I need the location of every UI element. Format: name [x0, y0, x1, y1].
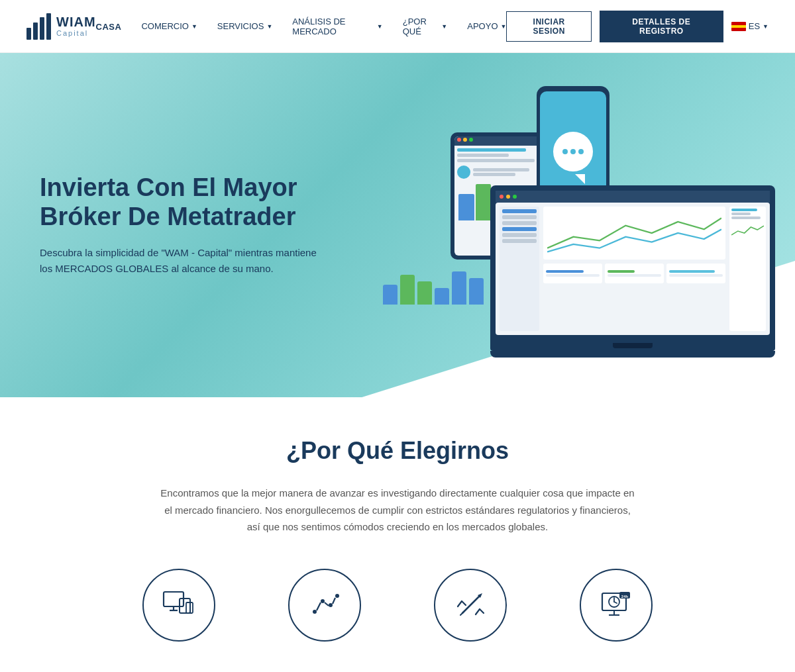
why-title: ¿Por Qué Elegirnos — [26, 437, 768, 465]
dot-green — [513, 195, 517, 199]
laptop-stats-row — [543, 264, 725, 283]
t-bar-5 — [473, 173, 515, 176]
feature-item-analytics — [272, 569, 378, 642]
stat-bar-green — [608, 270, 635, 273]
nav-dropdown-servicios[interactable]: SERVICIOS ▼ — [217, 21, 272, 31]
chevron-down-icon: ▼ — [441, 23, 447, 30]
laptop-notch — [613, 343, 653, 348]
stat-bar-bg3 — [669, 274, 723, 277]
laptop-stand — [490, 351, 775, 358]
bar-deco-4 — [435, 288, 449, 305]
dot-yellow — [463, 138, 467, 142]
flag-icon — [731, 22, 746, 31]
svg-line-20 — [614, 602, 617, 603]
laptop-main-area — [543, 207, 725, 331]
laptop-sidebar — [500, 207, 539, 331]
bar2 — [33, 23, 38, 40]
nav-item-casa[interactable]: CASA — [96, 21, 122, 32]
nav-dropdown-comercio[interactable]: COMERCIO ▼ — [141, 21, 197, 31]
hero-content: Invierta Con El Mayor Bróker De Metatrad… — [40, 173, 358, 276]
nav-item-comercio[interactable]: COMERCIO ▼ — [141, 21, 197, 31]
laptop-right-panel — [729, 207, 766, 331]
dot-green — [469, 138, 473, 142]
sidebar-bar-6 — [502, 239, 537, 243]
svg-text:24h: 24h — [621, 595, 628, 599]
stat-box-1 — [543, 264, 602, 283]
t-bar-1 — [457, 148, 526, 152]
tcol-2 — [476, 184, 492, 220]
sidebar-bar-2 — [502, 215, 537, 219]
hero-subtitle: Descubra la simplicidad de "WAM - Capita… — [40, 245, 318, 277]
chat-bubble — [553, 132, 593, 171]
svg-point-8 — [335, 594, 339, 598]
nav-dropdown-apoyo[interactable]: APOYO ▼ — [467, 21, 506, 31]
hero-section: Invierta Con El Mayor Bróker De Metatrad… — [0, 53, 795, 397]
laptop-chart — [543, 207, 725, 260]
bar-chart-decoration — [383, 271, 484, 305]
svg-point-6 — [321, 599, 325, 603]
bar-deco-5 — [452, 271, 466, 305]
nav-item-apoyo[interactable]: APOYO ▼ — [467, 21, 506, 31]
nav-actions: INICIAR SESION DETALLES DE REGISTRO ES ▼ — [506, 11, 768, 42]
nav-item-servicios[interactable]: SERVICIOS ▼ — [217, 21, 272, 31]
nav-dropdown-porque[interactable]: ¿POR QUÉ ▼ — [403, 17, 448, 36]
feature-item-support: 24h — [563, 569, 669, 642]
logo[interactable]: WIAM Capital — [26, 13, 96, 40]
brand-name: WIAM — [56, 15, 96, 28]
right-panel-box — [729, 207, 766, 331]
nav-link-casa[interactable]: CASA — [96, 22, 122, 32]
chat-dot-1 — [562, 149, 568, 154]
bar1 — [26, 28, 31, 40]
r-bar-1 — [731, 209, 757, 211]
feature-icon-circle-trading — [434, 569, 507, 642]
r-bar-3 — [731, 216, 761, 219]
language-selector[interactable]: ES ▼ — [731, 21, 768, 31]
chat-dot-2 — [570, 149, 576, 154]
dot-yellow — [506, 195, 510, 199]
login-button[interactable]: INICIAR SESION — [506, 11, 591, 42]
lang-label: ES — [749, 21, 760, 31]
svg-point-5 — [313, 610, 317, 614]
chat-tail-icon — [575, 174, 585, 184]
chevron-down-icon: ▼ — [266, 23, 272, 30]
bar-deco-3 — [417, 281, 432, 305]
feature-icon-circle-support: 24h — [580, 569, 653, 642]
sidebar-bar-3 — [502, 221, 537, 225]
trading-icon — [452, 587, 489, 623]
laptop-device — [490, 185, 775, 358]
nav-dropdown-analisis[interactable]: ANÁLISIS DE MERCADO ▼ — [292, 17, 382, 36]
hero-devices-illustration — [391, 66, 775, 384]
register-button[interactable]: DETALLES DE REGISTRO — [600, 11, 723, 42]
t-bar-3 — [457, 159, 535, 162]
svg-line-11 — [333, 598, 335, 604]
chat-dot-3 — [578, 149, 584, 154]
dot-red — [457, 138, 461, 142]
why-description: Encontramos que la mejor manera de avanz… — [159, 485, 636, 536]
laptop-content — [496, 203, 770, 335]
sidebar-bar-1 — [502, 209, 537, 213]
tablet-topbar — [454, 136, 546, 146]
mini-chart-svg — [731, 223, 764, 236]
r-bar-2 — [731, 213, 751, 215]
feature-icon-circle-devices — [142, 569, 215, 642]
nav-item-porque[interactable]: ¿POR QUÉ ▼ — [403, 17, 448, 36]
stat-bar-blue — [546, 270, 584, 273]
stat-bar-bg — [546, 274, 600, 277]
laptop-base — [490, 340, 775, 351]
feature-item-devices — [126, 569, 232, 642]
laptop-screen-outer — [490, 185, 775, 340]
t-bar-2 — [457, 154, 509, 157]
bar4 — [46, 13, 51, 40]
nav-item-analisis[interactable]: ANÁLISIS DE MERCADO ▼ — [292, 17, 382, 36]
sidebar-bar-4 — [502, 227, 537, 231]
chevron-down-icon: ▼ — [191, 23, 197, 30]
stat-box-3 — [666, 264, 725, 283]
support-icon: 24h — [598, 587, 635, 623]
r-chart-mini — [731, 223, 764, 236]
dot-red — [500, 195, 504, 199]
laptop-topbar — [496, 191, 770, 203]
nav-menu: CASA COMERCIO ▼ SERVICIOS ▼ ANÁLISIS DE … — [96, 17, 507, 36]
svg-line-10 — [325, 602, 329, 606]
t-bar-4 — [473, 168, 529, 171]
lang-chevron-icon: ▼ — [763, 23, 768, 30]
